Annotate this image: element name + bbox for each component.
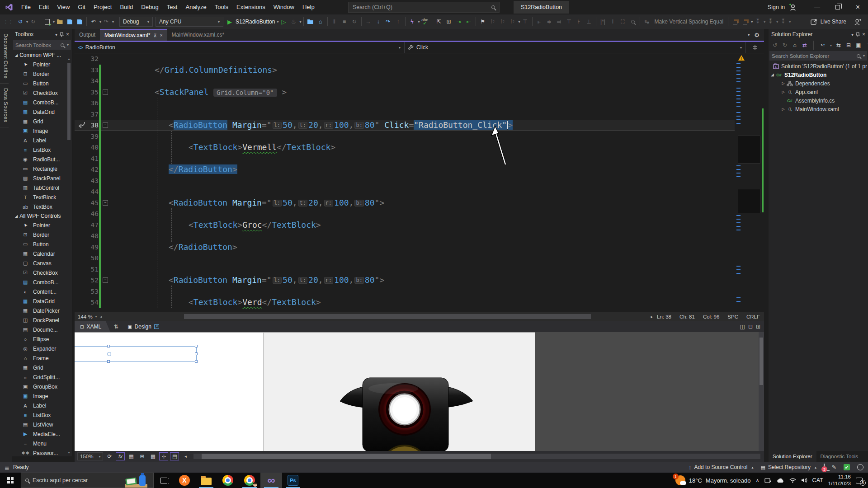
add-to-source-control-button[interactable]: ↑ Add to Source Control ▴ xyxy=(689,464,754,471)
close-button[interactable]: × xyxy=(848,0,868,14)
ungroup-icon[interactable]: ⁑ xyxy=(765,16,775,27)
toolbox-item-passwor[interactable]: ∗∗Passwor... xyxy=(12,448,72,458)
hot-reload-dropdown[interactable]: ▾ xyxy=(299,20,301,24)
tree-item-s12radiobutton[interactable]: ◢C#S12RadioButton xyxy=(769,70,868,79)
code-line-53[interactable]: 53 xyxy=(75,286,735,297)
fold-collapse-icon[interactable]: − xyxy=(103,200,108,206)
pen-device-icon[interactable] xyxy=(764,478,772,483)
fold-collapse-icon[interactable]: − xyxy=(103,277,108,283)
taskbar-app-photoshop[interactable]: Ps xyxy=(282,473,304,488)
toolbox-item-pointer[interactable]: ➤Pointer xyxy=(12,60,72,69)
radiobutton-control[interactable] xyxy=(107,352,111,356)
menu-test[interactable]: Test xyxy=(163,4,182,10)
toolbox-item-label[interactable]: ALabel xyxy=(12,136,72,145)
close-icon[interactable]: × xyxy=(66,31,69,38)
code-line-49[interactable]: 49</RadioButton> xyxy=(75,242,735,253)
popout-icon[interactable]: ↗ xyxy=(154,324,159,329)
make-same-size-icon[interactable]: ⛶ xyxy=(618,16,628,27)
tab-xaml-view[interactable]: ⊡ XAML xyxy=(75,321,110,332)
menu-git[interactable]: Git xyxy=(74,4,90,10)
se-back-icon[interactable]: ↺ xyxy=(772,42,778,48)
refresh-design-icon[interactable]: ⟳ xyxy=(105,452,114,460)
code-line-40[interactable]: 40<TextBlock>Vermell</TextBlock> xyxy=(75,142,735,153)
code-line-38[interactable]: 38−<RadioButton Margin="l:50,t:20,r:100,… xyxy=(75,120,735,131)
spell-check-icon[interactable]: abc✔ xyxy=(420,16,430,27)
feedback-icon[interactable]: ✎ xyxy=(832,464,836,470)
code-line-45[interactable]: 45−<RadioButton Margin="l:50,t:20,r:100,… xyxy=(75,197,735,209)
ide-health-check-icon[interactable]: ✔ xyxy=(844,464,850,470)
break-all-icon[interactable]: ‖ xyxy=(330,16,340,27)
lock-icon[interactable]: ⁑ xyxy=(778,16,788,27)
tab-design-view[interactable]: ▣ Design ↗ xyxy=(122,321,165,332)
snap-to-snaplines-icon[interactable]: ⊹ xyxy=(159,452,168,460)
close-icon[interactable]: × xyxy=(862,31,865,38)
redo-dropdown[interactable]: ▾ xyxy=(112,20,114,24)
show-grid-icon[interactable]: ▦ xyxy=(127,452,136,460)
tree-item-solutions12radiobutton1o[interactable]: Solution 'S12RadioButton' (1 of 1 pr xyxy=(769,62,868,70)
toolbox-item-textblock[interactable]: TTextBlock xyxy=(12,192,72,202)
effects-fx-icon[interactable]: fx xyxy=(116,452,125,460)
bottom-tab-solutionexplorer[interactable]: Solution Explorer xyxy=(769,451,816,462)
user-avatar-placeholder[interactable] xyxy=(857,464,863,470)
action-center-icon[interactable]: 4 xyxy=(856,478,863,483)
syntax-visualizer-icon[interactable]: ϟ xyxy=(407,16,417,27)
code-line-32[interactable]: 32 xyxy=(75,53,735,65)
menu-help[interactable]: Help xyxy=(298,4,319,10)
selection-handle[interactable] xyxy=(195,352,198,355)
search-options-dropdown[interactable]: ▾ xyxy=(67,43,69,47)
code-line-46[interactable]: 46 xyxy=(75,208,735,220)
collapsed-icon[interactable]: ▷ xyxy=(780,81,786,85)
collapsed-icon[interactable]: ▷ xyxy=(780,107,786,111)
chevron-down-icon[interactable]: ▾ xyxy=(851,32,854,37)
tree-item-mainwindowxaml[interactable]: ▷⟨⟩,MainWindow.xaml xyxy=(769,105,868,113)
toolbox-search-box[interactable]: Search Toolbox ▾ xyxy=(13,40,71,50)
editor-horizontal-scrollbar[interactable] xyxy=(104,312,648,321)
pin-icon[interactable]: ⊼ xyxy=(153,33,156,38)
restart-icon[interactable]: ↻ xyxy=(349,16,359,27)
toolbox-scrollbar[interactable]: ▴ ▾ xyxy=(67,57,71,452)
bottom-tab-diagnostictools[interactable]: Diagnostic Tools xyxy=(816,451,863,462)
toolbox-item-label[interactable]: ALabel xyxy=(12,401,72,410)
code-line-44[interactable]: 44 xyxy=(75,186,735,197)
toolbox-item-checkbox[interactable]: ☑CheckBox xyxy=(12,88,72,98)
member-dropdown[interactable]: Click ▾ xyxy=(405,42,746,53)
fold-collapse-icon[interactable]: − xyxy=(103,89,108,95)
taskbar-app-xampp[interactable]: Χ xyxy=(174,473,195,488)
disable-project-code-icon[interactable]: ▤ xyxy=(170,452,179,460)
new-project-icon[interactable] xyxy=(42,16,52,27)
snap-grid-icon[interactable]: ⊞ xyxy=(137,452,146,460)
toolbox-item-button[interactable]: ▭Button xyxy=(12,79,72,88)
design-surface[interactable] xyxy=(75,332,764,451)
toolbox-item-expander[interactable]: ◎Expander xyxy=(12,344,72,353)
scroll-left-icon[interactable]: ◂ xyxy=(100,314,102,319)
toolbox-group-1[interactable]: ◢All WPF Controls xyxy=(12,211,72,221)
toolbox-item-docume[interactable]: ▤Docume... xyxy=(12,325,72,334)
code-line-50[interactable]: 50 xyxy=(75,253,735,264)
scroll-up-icon[interactable]: ▴ xyxy=(67,57,71,61)
toolbox-item-ellipse[interactable]: ○Ellipse xyxy=(12,334,72,344)
show-all-files-icon[interactable]: ▣ xyxy=(855,42,862,48)
status-spaces[interactable]: SPC xyxy=(723,314,742,319)
taskbar-app-visual-studio[interactable]: ∞ xyxy=(260,473,282,488)
document-tab-mainwindowxamlcs[interactable]: MainWindow.xaml.cs* xyxy=(167,29,229,41)
vertical-split-icon[interactable]: ◫ xyxy=(740,324,745,330)
make-same-height-icon[interactable]: Ⅰ xyxy=(608,16,618,27)
search-options-dropdown[interactable]: ▾ xyxy=(863,54,865,58)
menu-file[interactable]: File xyxy=(17,4,35,10)
toolbox-item-combob[interactable]: ▤ComboB... xyxy=(12,98,72,107)
group-icon[interactable]: ⁑ xyxy=(753,16,763,27)
toolbox-item-listbox[interactable]: ≡ListBox xyxy=(12,145,72,155)
show-hidden-icons-chevron[interactable]: ∧ xyxy=(756,478,760,483)
select-element-icon[interactable]: ⇱ xyxy=(434,16,444,27)
send-to-back-icon[interactable] xyxy=(740,16,750,27)
align-lefts-icon[interactable]: ⫦ xyxy=(534,16,544,27)
swap-panes-icon[interactable]: ⇅ xyxy=(110,321,122,332)
selection-handle[interactable] xyxy=(107,360,110,363)
tab-data-sources[interactable]: Data Sources xyxy=(0,84,9,127)
step-into-icon[interactable]: ↓ xyxy=(373,16,383,27)
chevron-down-icon[interactable]: ▾ xyxy=(55,32,57,37)
document-tab-output[interactable]: Output xyxy=(75,29,100,41)
wifi-icon[interactable] xyxy=(789,478,796,483)
editor-scrollbar-map[interactable] xyxy=(735,53,764,312)
start-debugging-label[interactable]: S12RadioButton xyxy=(236,19,275,25)
